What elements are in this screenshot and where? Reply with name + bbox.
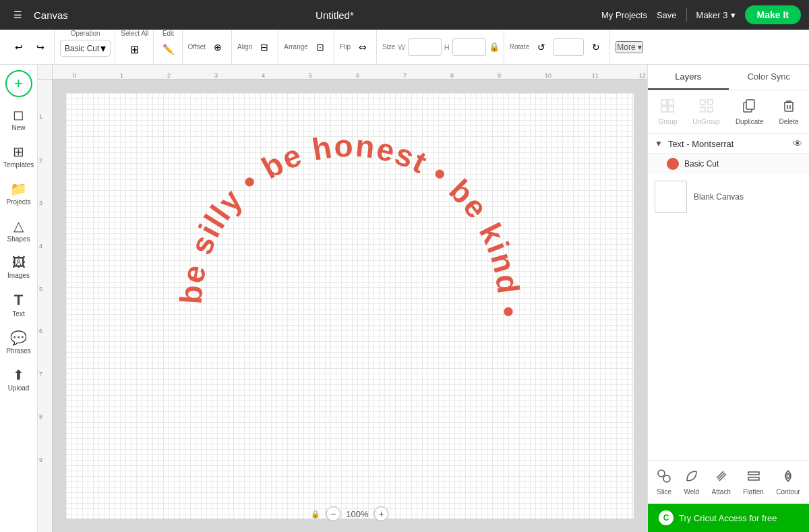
layer-expand-icon[interactable]: ▼ <box>655 139 663 148</box>
sidebar-item-text[interactable]: T Text <box>2 286 36 323</box>
attach-action[interactable]: Attach <box>708 466 735 498</box>
delete-label: Delete <box>779 118 799 125</box>
svg-rect-5 <box>700 100 705 105</box>
ruler-corner <box>38 65 53 80</box>
ruler-1: 1 <box>120 72 123 79</box>
sidebar-item-images[interactable]: 🖼 Images <box>2 249 36 285</box>
weld-action[interactable]: Weld <box>680 466 704 498</box>
menu-icon[interactable]: ☰ <box>8 5 27 24</box>
text-label: Text <box>12 310 24 318</box>
align-button[interactable]: ⊟ <box>255 38 274 57</box>
upload-icon: ⬆ <box>13 367 24 383</box>
panel-top-actions: Group UnGroup <box>648 90 809 134</box>
operation-dropdown[interactable]: Basic Cut ▾ <box>60 40 111 57</box>
rotate-input[interactable] <box>553 38 584 56</box>
save-button[interactable]: Save <box>657 10 677 20</box>
v-ruler-2: 2 <box>39 157 42 164</box>
circular-text-container[interactable]: be silly • be honest • be kind • <box>161 116 539 496</box>
size-w-input[interactable] <box>408 38 442 56</box>
arrange-button[interactable]: ⊡ <box>311 38 330 57</box>
svg-rect-18 <box>748 472 759 475</box>
group-label: Group <box>659 118 678 125</box>
blank-canvas-preview <box>655 181 687 213</box>
contour-action[interactable]: Contour <box>772 466 804 498</box>
rotate-group: Rotate ↺ ↻ <box>506 30 610 64</box>
duplicate-action[interactable]: Duplicate <box>730 96 769 128</box>
canvas-content[interactable]: be silly • be honest • be kind • 🔒 − 100… <box>53 80 647 532</box>
ruler-4: 4 <box>262 72 265 79</box>
redo-button[interactable]: ↪ <box>31 38 50 57</box>
canvas-area[interactable]: 0 1 2 3 4 5 6 7 8 9 10 11 12 1 2 3 4 5 6 <box>38 65 647 532</box>
ruler-8: 8 <box>450 72 454 79</box>
ungroup-icon <box>699 98 714 117</box>
sidebar-item-templates[interactable]: ⊞ Templates <box>2 138 36 174</box>
images-icon: 🖼 <box>12 255 26 270</box>
ruler-6: 6 <box>356 72 359 79</box>
more-button[interactable]: More ▾ <box>616 41 643 53</box>
chevron-down-icon: ▾ <box>100 42 106 55</box>
align-label: Align <box>237 43 252 51</box>
flatten-action[interactable]: Flatten <box>739 466 768 498</box>
undo-button[interactable]: ↩ <box>9 38 28 57</box>
ungroup-action[interactable]: UnGroup <box>687 96 725 128</box>
select-all-button[interactable]: ⊞ <box>125 40 144 59</box>
svg-rect-12 <box>746 100 754 109</box>
delete-action[interactable]: Delete <box>774 96 804 128</box>
layer-item-text-montserrat[interactable]: ▼ Text - Montserrat 👁 <box>648 134 809 154</box>
make-it-button[interactable]: Make It <box>745 5 801 24</box>
blank-canvas-label: Blank Canvas <box>694 192 744 202</box>
size-h-label: H <box>444 43 450 51</box>
projects-icon: 📁 <box>10 181 27 197</box>
shapes-icon: △ <box>13 218 24 234</box>
topbar: ☰ Canvas Untitled* My Projects Save Make… <box>0 0 809 30</box>
v-ruler-1: 1 <box>39 113 42 120</box>
blank-canvas-item[interactable]: Blank Canvas <box>655 181 744 213</box>
v-ruler-4: 4 <box>39 243 42 249</box>
cricut-access-bar[interactable]: C Try Cricut Access for free <box>648 504 809 532</box>
new-button[interactable]: + <box>5 70 32 97</box>
layer-text-name: Text - Montserrat <box>668 139 787 149</box>
sidebar-item-new[interactable]: ◻ New <box>2 101 36 137</box>
more-group: More ▾ <box>611 30 647 64</box>
sidebar-item-projects[interactable]: 📁 Projects <box>2 175 36 211</box>
my-projects-button[interactable]: My Projects <box>601 10 647 20</box>
sidebar-item-phrases[interactable]: 💬 Phrases <box>2 324 36 360</box>
ruler-horizontal: 0 1 2 3 4 5 6 7 8 9 10 11 12 <box>53 65 647 80</box>
text-icon: T <box>14 291 23 309</box>
svg-rect-6 <box>708 100 713 105</box>
group-action[interactable]: Group <box>653 96 683 128</box>
sidebar-item-shapes[interactable]: △ Shapes <box>2 212 36 248</box>
rotate-ccw-icon[interactable]: ↺ <box>532 38 551 57</box>
svg-rect-19 <box>748 477 759 480</box>
tab-layers[interactable]: Layers <box>648 65 729 90</box>
select-all-group: Select All ⊞ <box>117 30 153 64</box>
contour-icon <box>781 469 796 487</box>
slice-icon <box>657 469 671 487</box>
size-h-input[interactable] <box>452 38 486 56</box>
tab-color-sync[interactable]: Color Sync <box>729 65 810 90</box>
doc-title: Untitled* <box>316 9 354 21</box>
v-ruler-8: 8 <box>39 413 42 420</box>
maker-select[interactable]: Maker 3 ▾ <box>696 10 736 20</box>
ruler-7: 7 <box>403 72 407 79</box>
circular-text-svg: be silly • be honest • be kind • <box>161 116 539 494</box>
ruler-2: 2 <box>167 72 171 79</box>
lock-aspect-icon[interactable]: 🔒 <box>489 42 500 52</box>
phrases-label: Phrases <box>6 347 31 355</box>
contour-label: Contour <box>776 488 800 496</box>
offset-button[interactable]: ⊕ <box>208 38 227 57</box>
zoom-out-button[interactable]: − <box>326 506 340 521</box>
slice-action[interactable]: Slice <box>653 466 676 498</box>
new-icon: ◻ <box>13 107 24 123</box>
sub-layer-basic-cut[interactable]: Basic Cut <box>648 154 809 174</box>
edit-button[interactable]: ✏️ <box>159 40 178 59</box>
layer-eye-icon[interactable]: 👁 <box>793 138 802 149</box>
group-icon <box>660 98 675 117</box>
zoom-in-button[interactable]: + <box>374 506 389 521</box>
flip-button[interactable]: ⇔ <box>353 38 372 57</box>
rotate-cw-icon[interactable]: ↻ <box>587 38 605 57</box>
sidebar-item-upload[interactable]: ⬆ Upload <box>2 361 36 397</box>
shapes-label: Shapes <box>7 235 30 243</box>
v-ruler-9: 9 <box>39 456 42 463</box>
attach-icon <box>714 469 729 487</box>
